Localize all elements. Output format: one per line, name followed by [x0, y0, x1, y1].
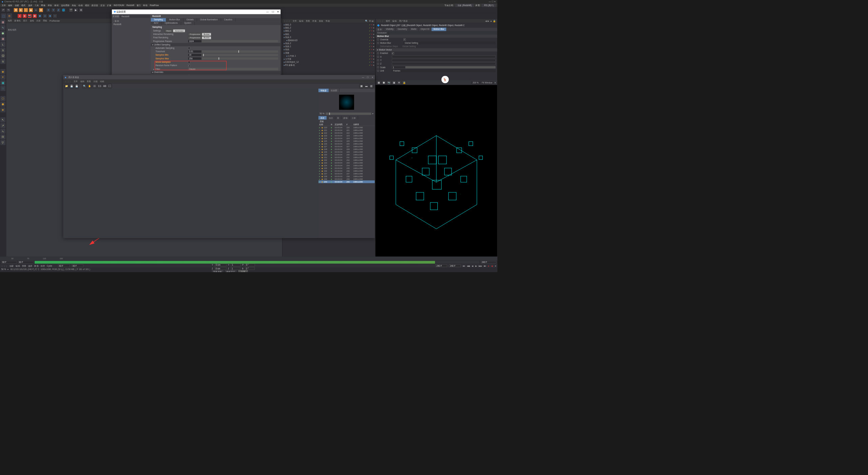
object-row[interactable]: ▸ 简易.3✓✕●	[282, 36, 375, 39]
camera-icon[interactable]: S	[0, 48, 5, 53]
point-mode-icon[interactable]: ∿	[0, 129, 5, 134]
render-view-button[interactable]: 🎬	[69, 8, 73, 12]
pv-close-icon[interactable]: ✕	[372, 76, 373, 78]
layout-dropdown[interactable]: RS (用户)	[482, 4, 496, 7]
interactive-bucket[interactable]: Bucket	[202, 33, 211, 36]
rs-env-icon[interactable]: ◈	[48, 14, 52, 18]
om-tags[interactable]: 标签	[319, 19, 323, 22]
rs-light-icon[interactable]: ◇	[43, 14, 47, 18]
tl-cur2[interactable]	[58, 264, 70, 267]
object-row[interactable]: ▸ 简易.1✓✕●	[282, 45, 375, 48]
tl-cur3[interactable]	[72, 264, 83, 267]
attr-userdata[interactable]: 用户数据	[399, 19, 408, 22]
btm-create[interactable]: 创建	[9, 264, 14, 267]
record-icon[interactable]: ●	[488, 265, 489, 267]
environment-icon[interactable]: L	[0, 42, 5, 47]
lock-tool[interactable]: ⊞	[39, 8, 43, 12]
poly-mode-icon[interactable]: ▽	[0, 140, 5, 145]
om-search-icon[interactable]: 🔍	[365, 20, 368, 22]
z-input[interactable]	[392, 62, 496, 65]
rot-b-input[interactable]	[245, 267, 255, 270]
play-prev-icon[interactable]: ◀◀	[467, 265, 470, 267]
history-row[interactable]: ▸◆228●00:00:042281080x1080	[318, 148, 375, 150]
rv-zoom[interactable]: 200 %	[471, 81, 480, 84]
history-row[interactable]: ▸◆240●00:00:042401080x1080	[318, 180, 375, 183]
dialog-title-bar[interactable]: ◆ 渲染设置 —☐✕	[112, 10, 280, 14]
history-row[interactable]: ▸◆222●00:00:032221080x1080	[318, 131, 375, 134]
pv-histogram-tab[interactable]: 柱状图	[329, 89, 339, 92]
pv-zoom-dropdown-icon[interactable]: ▾	[372, 112, 373, 115]
attr-tab-matte[interactable]: Matte	[409, 27, 419, 31]
attr-tab-geometry[interactable]: Geometry	[396, 27, 409, 31]
history-row[interactable]: ▸◆223●00:00:042231080x1080	[318, 134, 375, 137]
menu-volume[interactable]: 体积	[54, 4, 59, 7]
close-icon[interactable]: ✕	[277, 11, 279, 13]
om-eye-icon[interactable]: 👁	[369, 20, 371, 22]
object-row[interactable]: ▸ RS 摄像机✓✕●	[282, 63, 375, 66]
pv-title-bar[interactable]: ◆ 图片查看器 —☐✕	[63, 75, 375, 79]
redo-button[interactable]: ↷	[6, 8, 11, 12]
history-row[interactable]: ▸◆226●00:00:042261080x1080	[318, 142, 375, 145]
menu-character[interactable]: 角色	[72, 4, 76, 7]
tab-prorender[interactable]: ProRender	[50, 20, 60, 22]
pv-tab-info[interactable]: 信息	[327, 116, 335, 119]
scale-tool[interactable]: ▫	[24, 8, 28, 12]
final-bucket[interactable]: Bucket	[202, 36, 211, 39]
pv-tab-filter[interactable]: 滤镜	[341, 116, 350, 119]
tab-system[interactable]: System	[181, 22, 195, 25]
attr-back-icon[interactable]: ◀	[485, 20, 487, 22]
render-pv-button[interactable]: ▶	[74, 8, 78, 12]
rot-p-input[interactable]	[245, 264, 255, 266]
history-row[interactable]: ▸◆238●00:00:032381080x1080	[318, 175, 375, 178]
unified-sampling-header[interactable]: ▾ Unified Sampling	[151, 43, 281, 46]
texture-mode-icon[interactable]: ↗	[0, 123, 5, 128]
mb-radio[interactable]	[377, 42, 379, 44]
object-row[interactable]: ▸ 圆维体积3✓✕●	[282, 39, 375, 42]
scale-radio[interactable]	[377, 66, 379, 68]
auto-samp-checkbox[interactable]	[188, 47, 190, 49]
btm-texture[interactable]: 纹理	[41, 264, 45, 267]
menu-mograph[interactable]: 运动图形	[61, 4, 70, 7]
tl-end2[interactable]	[435, 264, 447, 267]
rs-render-icon[interactable]: ●	[18, 14, 22, 18]
play-back-icon[interactable]: ◀	[472, 265, 473, 267]
pv-grid-icon[interactable]: ▦	[359, 84, 363, 89]
samples-max-input[interactable]	[188, 57, 202, 60]
history-row[interactable]: ▸◆224●00:00:042241080x1080	[318, 137, 375, 139]
btm-material[interactable]: 材质	[34, 264, 39, 267]
pv-tab-stereo[interactable]: 立体	[350, 116, 358, 119]
rv-region-icon[interactable]: ▣	[392, 80, 396, 85]
pv-edit[interactable]: 编辑	[80, 80, 85, 83]
live-select-icon[interactable]: ⬚	[1, 14, 6, 19]
y-axis-button[interactable]: Y	[51, 8, 56, 12]
om-file[interactable]: 文件	[293, 19, 297, 22]
threshold-input[interactable]	[188, 50, 202, 53]
history-row[interactable]: ▸◆233●00:00:042331080x1080	[318, 162, 375, 164]
model-mode-icon[interactable]: ↖	[0, 117, 5, 122]
om-filter-icon[interactable]: ▤	[372, 20, 374, 22]
rs-redshift-item[interactable]: Redshift	[113, 23, 150, 26]
pos-z-input[interactable]	[215, 267, 226, 270]
rv-ipr-icon[interactable]: ⬢	[382, 80, 386, 85]
history-row[interactable]: ▸◆236●00:00:042361080x1080	[318, 170, 375, 172]
menu-file[interactable]: 文件	[2, 4, 6, 7]
pv-fit-icon[interactable]: ⊡	[93, 84, 97, 89]
attr-mode[interactable]: 模式	[386, 19, 390, 22]
tl-end3[interactable]	[449, 264, 460, 267]
pv-save-icon[interactable]: 💾	[70, 84, 74, 89]
menu-tracker[interactable]: 跟踪器	[92, 4, 98, 7]
pv-canvas[interactable]	[63, 89, 318, 238]
pv-history-list[interactable]: ▸◆220●00:00:042201080x1080▸◆221●00:00:04…	[318, 126, 375, 238]
object-row[interactable]: ▸ 随机.1✓✕●	[282, 30, 375, 33]
abs-size-dropdown[interactable]: 绝对尺寸	[225, 270, 237, 272]
pv-nav-tab[interactable]: 导航器	[318, 89, 329, 92]
rotate-tool[interactable]: ◉	[29, 8, 33, 12]
menu-edit[interactable]: 编辑	[8, 4, 13, 7]
window-controls[interactable]: — ☐ ✕	[489, 0, 496, 3]
pv-fullscreen-icon[interactable]: ⛶	[107, 84, 112, 89]
play-fwd-icon[interactable]: ▶	[475, 265, 477, 267]
pv-compare[interactable]: 比较	[94, 80, 98, 83]
x-input[interactable]	[392, 55, 496, 58]
pv-open-icon[interactable]: 📁	[64, 84, 69, 89]
menu-simulate[interactable]: 模拟	[85, 4, 90, 7]
